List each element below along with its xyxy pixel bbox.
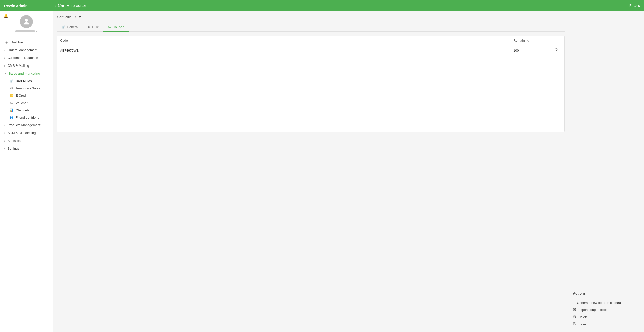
- cell-code: AB74670WZ: [60, 49, 513, 52]
- sidebar-item-label: Products Management: [8, 123, 41, 127]
- sidebar-sub-item-friend-get-friend[interactable]: 👥 Friend get friend: [0, 114, 53, 121]
- content-main: Cart Rule ID 2 🛒 General ⚙ Rule 🏷 Coupon: [53, 11, 569, 332]
- user-dropdown-icon[interactable]: ▾: [36, 30, 38, 33]
- sidebar-sub-item-voucher[interactable]: 🏷 Voucher: [0, 99, 53, 107]
- chevron-icon: ›: [4, 56, 5, 59]
- sidebar-sub-item-channels[interactable]: 📊 Channels: [0, 107, 53, 114]
- trash-icon: [573, 315, 576, 319]
- save-icon: [573, 322, 576, 326]
- cell-remaining: 100: [513, 49, 551, 52]
- col-header-remaining: Remaining: [513, 39, 551, 42]
- top-header: Rewix Admin ‹ Cart Rule editor Filters: [0, 0, 644, 11]
- action-delete[interactable]: Delete: [573, 313, 640, 321]
- sidebar-item-label: Dashboard: [11, 40, 27, 44]
- sidebar-item-label: Customers Database: [8, 56, 38, 60]
- chevron-icon: ›: [4, 139, 5, 142]
- sidebar-item-sales-marketing[interactable]: ∨ Sales and marketing: [0, 70, 53, 77]
- user-name-blurred: [15, 30, 35, 32]
- sidebar-sub-item-label: Channels: [16, 108, 29, 112]
- right-panel-top: [569, 11, 644, 287]
- chevron-down-icon: ∨: [4, 72, 6, 75]
- chevron-icon: ›: [4, 49, 5, 52]
- filters-label: Filters: [629, 4, 640, 8]
- sidebar-item-cms-mailing[interactable]: › CMS & Mailing: [0, 62, 53, 70]
- chevron-icon: ›: [4, 124, 5, 127]
- action-generate[interactable]: + Generate new coupon code(s): [573, 299, 640, 306]
- sidebar-sub-item-label: Temporary Sales: [16, 86, 40, 90]
- plus-icon: +: [573, 301, 575, 305]
- coupon-table: Code Remaining AB74670WZ 100: [57, 36, 565, 132]
- tab-general[interactable]: 🛒 General: [57, 23, 83, 32]
- sidebar: 🔔 ▾ ◈ Dashboard › Orders Management ›: [0, 11, 53, 332]
- sidebar-sub-item-e-credit[interactable]: 💳 E Credit: [0, 92, 53, 99]
- cart-rules-icon: 🛒: [9, 79, 14, 83]
- sidebar-item-label: Statistics: [8, 139, 21, 143]
- chevron-icon: ›: [4, 147, 5, 150]
- delete-row-button[interactable]: [553, 48, 560, 53]
- cart-icon: 🛒: [61, 25, 65, 29]
- page-title: Cart Rule editor: [58, 3, 86, 8]
- friend-icon: 👥: [9, 116, 14, 119]
- action-export[interactable]: Export coupon codes: [573, 306, 640, 313]
- table-header: Code Remaining: [57, 36, 564, 45]
- sidebar-item-label: SCM & Dispatching: [8, 131, 36, 135]
- sidebar-item-label: Settings: [8, 147, 19, 150]
- export-icon: [573, 308, 576, 312]
- voucher-icon: 🏷: [9, 101, 14, 105]
- channels-icon: 📊: [9, 108, 14, 112]
- content-area: Cart Rule ID 2 🛒 General ⚙ Rule 🏷 Coupon: [53, 11, 569, 332]
- actions-title: Actions: [573, 291, 640, 295]
- sidebar-item-label: Orders Management: [8, 48, 37, 52]
- tabs-bar: 🛒 General ⚙ Rule 🏷 Coupon: [57, 23, 565, 32]
- cart-rule-id-value: 2: [79, 15, 81, 19]
- chevron-icon: ›: [4, 64, 5, 67]
- sidebar-nav: ◈ Dashboard › Orders Management › Custom…: [0, 36, 53, 332]
- tag-icon: 🏷: [108, 25, 111, 29]
- bell-icon[interactable]: 🔔: [4, 14, 8, 18]
- sidebar-sub-item-label: Voucher: [16, 101, 28, 105]
- sidebar-item-statistics[interactable]: › Statistics: [0, 137, 53, 145]
- page-title-area: ‹ Cart Rule editor: [54, 3, 640, 8]
- sidebar-item-label: CMS & Mailing: [8, 64, 29, 68]
- avatar: [20, 15, 33, 28]
- user-name-area: ▾: [15, 30, 38, 33]
- sidebar-item-products-management[interactable]: › Products Management: [0, 121, 53, 129]
- dashboard-icon: ◈: [4, 40, 9, 44]
- credit-icon: 💳: [9, 94, 14, 97]
- svg-line-0: [574, 308, 576, 310]
- app-title: Rewix Admin: [4, 4, 54, 8]
- right-panel-bottom: Actions + Generate new coupon code(s) Ex…: [569, 287, 644, 332]
- table-empty-area: [57, 56, 564, 132]
- sidebar-sub-item-label: Friend get friend: [16, 116, 39, 119]
- sidebar-sub-item-cart-rules[interactable]: 🛒 Cart Rules: [0, 77, 53, 85]
- sidebar-item-label: Sales and marketing: [9, 72, 40, 75]
- cell-action: [551, 48, 561, 53]
- table-row: AB74670WZ 100: [57, 45, 564, 56]
- chevron-icon: ›: [4, 131, 5, 135]
- cart-rule-id-label: Cart Rule ID: [57, 15, 76, 19]
- back-button[interactable]: ‹: [54, 3, 56, 8]
- cart-rule-id-row: Cart Rule ID 2: [57, 15, 565, 19]
- action-save[interactable]: Save: [573, 321, 640, 328]
- clock-icon: ⏱: [9, 86, 14, 90]
- gear-icon: ⚙: [88, 25, 91, 29]
- tab-rule[interactable]: ⚙ Rule: [83, 23, 103, 32]
- sidebar-item-scm-dispatching[interactable]: › SCM & Dispatching: [0, 129, 53, 137]
- sidebar-sub-item-label: E Credit: [16, 94, 27, 97]
- sidebar-item-orders-management[interactable]: › Orders Management: [0, 46, 53, 54]
- sidebar-sub-item-temporary-sales[interactable]: ⏱ Temporary Sales: [0, 85, 53, 92]
- sidebar-item-customers-database[interactable]: › Customers Database: [0, 54, 53, 62]
- sidebar-sub-item-label: Cart Rules: [16, 79, 32, 83]
- main-layout: 🔔 ▾ ◈ Dashboard › Orders Management ›: [0, 11, 644, 332]
- sidebar-item-settings[interactable]: › Settings: [0, 145, 53, 152]
- col-header-code: Code: [60, 39, 513, 42]
- tab-coupon[interactable]: 🏷 Coupon: [103, 23, 129, 32]
- sidebar-item-dashboard[interactable]: ◈ Dashboard: [0, 38, 53, 46]
- right-panel: Actions + Generate new coupon code(s) Ex…: [569, 11, 644, 332]
